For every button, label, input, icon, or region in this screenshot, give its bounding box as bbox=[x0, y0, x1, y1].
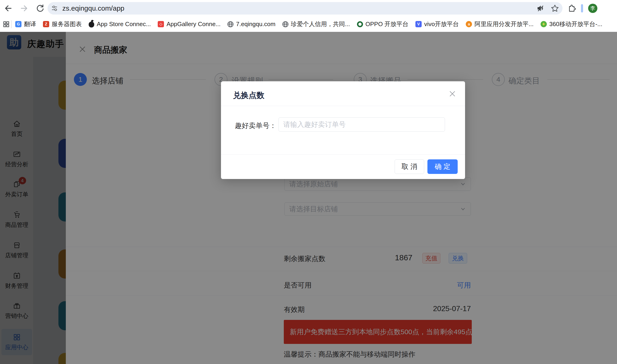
reload-button[interactable] bbox=[36, 4, 45, 13]
mute-icon[interactable] bbox=[536, 4, 544, 13]
modal-close-icon[interactable] bbox=[449, 91, 456, 97]
bookmark-translate[interactable]: G 翻译 bbox=[15, 20, 36, 28]
profile-avatar[interactable]: 李 bbox=[588, 4, 597, 13]
url-bar[interactable]: zs.eqingqu.com/app bbox=[48, 2, 563, 14]
order-number-label: 趣好卖单号： bbox=[230, 121, 276, 130]
order-number-input[interactable] bbox=[279, 117, 445, 132]
modal-header-divider bbox=[221, 106, 465, 106]
bookmark-7eqingqu[interactable]: 7.eqingqu.com bbox=[227, 21, 275, 28]
bookmark-360-open[interactable]: + 360移动开放平台-... bbox=[540, 20, 603, 28]
360-icon: + bbox=[540, 21, 547, 27]
confirm-button[interactable]: 确 定 bbox=[427, 159, 458, 174]
oppo-icon bbox=[357, 21, 363, 27]
zabbix-icon: Z bbox=[43, 21, 49, 27]
forward-icon bbox=[19, 4, 29, 13]
vivo-icon: V bbox=[415, 21, 422, 27]
extensions-puzzle-icon[interactable] bbox=[567, 4, 576, 13]
reload-icon bbox=[36, 4, 45, 13]
browser-toolbar: zs.eqingqu.com/app 李 bbox=[0, 0, 617, 17]
alibaba-icon: a bbox=[466, 21, 472, 27]
apple-icon bbox=[89, 22, 94, 27]
toolbar-right-cluster: 李 bbox=[567, 4, 601, 13]
globe-icon bbox=[283, 21, 288, 27]
bookmark-ali-distribution[interactable]: a 阿里应用分发开放平... bbox=[466, 20, 534, 28]
forward-button[interactable] bbox=[19, 4, 29, 13]
bookmark-appstore-connect[interactable]: App Store Connec... bbox=[89, 21, 151, 28]
bookmark-server-charts[interactable]: Z 服务器图表 bbox=[43, 20, 82, 28]
bookmarks-bar: G 翻译 Z 服务器图表 App Store Connec... ◇ AppGa… bbox=[0, 17, 617, 32]
appgallery-icon: ◇ bbox=[158, 21, 164, 27]
bookmark-credit[interactable]: 珍爱个人信用，共同... bbox=[283, 20, 350, 28]
modal-title: 兑换点数 bbox=[233, 90, 264, 101]
modal-footer-divider bbox=[221, 154, 465, 155]
exchange-points-modal: 兑换点数 趣好卖单号： 取 消 确 定 bbox=[221, 81, 465, 179]
bookmark-vivo-open[interactable]: V vivo开放平台 bbox=[415, 20, 459, 28]
site-settings-icon[interactable] bbox=[51, 5, 58, 12]
globe-icon bbox=[227, 21, 233, 27]
cancel-button[interactable]: 取 消 bbox=[395, 159, 424, 174]
bookmarks-separator bbox=[11, 20, 12, 28]
bookmark-star-icon[interactable] bbox=[551, 4, 559, 13]
google-translate-icon: G bbox=[15, 21, 22, 27]
bookmark-oppo-open[interactable]: OPPO 开放平台 bbox=[357, 20, 409, 28]
bookmark-appgallery[interactable]: ◇ AppGallery Conne... bbox=[158, 21, 220, 28]
back-icon bbox=[4, 4, 13, 13]
side-panel-indicator[interactable] bbox=[581, 4, 583, 13]
url-text[interactable]: zs.eqingqu.com/app bbox=[62, 4, 536, 12]
apps-grid-icon[interactable] bbox=[3, 21, 10, 28]
back-button[interactable] bbox=[4, 4, 13, 13]
